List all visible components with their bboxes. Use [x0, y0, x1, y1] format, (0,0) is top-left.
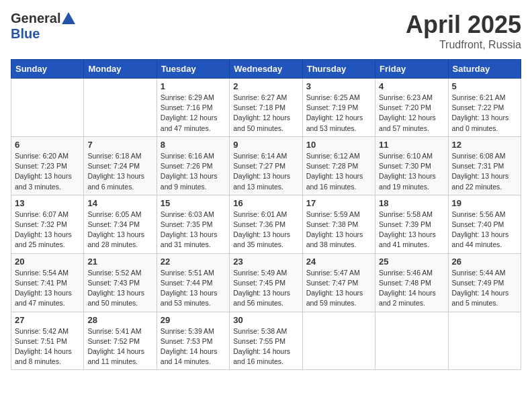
day-info: Sunrise: 5:39 AM Sunset: 7:53 PM Dayligh… [161, 326, 226, 367]
day-number: 18 [379, 198, 444, 208]
day-number: 27 [15, 315, 80, 325]
day-number: 16 [233, 198, 298, 208]
day-number: 26 [452, 257, 517, 267]
day-number: 3 [306, 81, 371, 91]
calendar-cell: 20Sunrise: 5:54 AM Sunset: 7:41 PM Dayli… [11, 253, 84, 312]
day-number: 1 [161, 81, 226, 91]
day-info: Sunrise: 6:25 AM Sunset: 7:19 PM Dayligh… [306, 93, 371, 134]
calendar-week-row: 13Sunrise: 6:07 AM Sunset: 7:32 PM Dayli… [11, 195, 521, 253]
calendar-cell [11, 79, 84, 137]
day-info: Sunrise: 5:54 AM Sunset: 7:41 PM Dayligh… [15, 268, 80, 309]
day-number: 29 [161, 315, 226, 325]
day-info: Sunrise: 6:10 AM Sunset: 7:30 PM Dayligh… [379, 151, 444, 192]
calendar-cell: 7Sunrise: 6:18 AM Sunset: 7:24 PM Daylig… [84, 136, 157, 195]
calendar-week-row: 27Sunrise: 5:42 AM Sunset: 7:51 PM Dayli… [11, 312, 521, 370]
calendar-cell: 27Sunrise: 5:42 AM Sunset: 7:51 PM Dayli… [11, 312, 84, 370]
calendar-cell [375, 312, 448, 370]
calendar-cell: 5Sunrise: 6:21 AM Sunset: 7:22 PM Daylig… [448, 79, 521, 137]
calendar-cell: 28Sunrise: 5:41 AM Sunset: 7:52 PM Dayli… [84, 312, 157, 370]
day-info: Sunrise: 6:07 AM Sunset: 7:32 PM Dayligh… [15, 210, 80, 250]
day-info: Sunrise: 5:49 AM Sunset: 7:45 PM Dayligh… [233, 268, 298, 309]
calendar-header-row: SundayMondayTuesdayWednesdayThursdayFrid… [11, 60, 521, 79]
calendar-week-row: 20Sunrise: 5:54 AM Sunset: 7:41 PM Dayli… [11, 253, 521, 312]
day-info: Sunrise: 5:44 AM Sunset: 7:49 PM Dayligh… [452, 268, 517, 309]
day-number: 25 [379, 257, 444, 267]
weekday-header-monday: Monday [84, 60, 157, 79]
calendar-cell: 30Sunrise: 5:38 AM Sunset: 7:55 PM Dayli… [230, 312, 302, 370]
calendar-cell: 29Sunrise: 5:39 AM Sunset: 7:53 PM Dayli… [157, 312, 229, 370]
calendar-cell: 8Sunrise: 6:16 AM Sunset: 7:26 PM Daylig… [157, 136, 229, 195]
day-info: Sunrise: 6:21 AM Sunset: 7:22 PM Dayligh… [452, 93, 517, 134]
logo-triangle-icon [62, 12, 75, 24]
logo-blue-text: Blue [11, 26, 40, 42]
calendar-cell: 15Sunrise: 6:03 AM Sunset: 7:35 PM Dayli… [157, 195, 229, 253]
calendar-cell [302, 312, 375, 370]
day-number: 24 [306, 257, 371, 267]
day-info: Sunrise: 5:41 AM Sunset: 7:52 PM Dayligh… [87, 326, 152, 367]
day-number: 20 [15, 257, 80, 267]
day-info: Sunrise: 6:08 AM Sunset: 7:31 PM Dayligh… [452, 151, 517, 192]
title-block: April 2025 Trudfront, Russia [406, 11, 521, 51]
day-number: 19 [452, 198, 517, 208]
day-info: Sunrise: 6:05 AM Sunset: 7:34 PM Dayligh… [87, 210, 152, 250]
day-info: Sunrise: 5:46 AM Sunset: 7:48 PM Dayligh… [379, 268, 444, 309]
calendar-cell [84, 79, 157, 137]
calendar-cell: 24Sunrise: 5:47 AM Sunset: 7:47 PM Dayli… [302, 253, 375, 312]
page-header: General Blue April 2025 Trudfront, Russi… [11, 11, 521, 51]
day-number: 2 [233, 81, 298, 91]
day-number: 23 [233, 257, 298, 267]
day-info: Sunrise: 6:20 AM Sunset: 7:23 PM Dayligh… [15, 151, 80, 192]
day-info: Sunrise: 5:58 AM Sunset: 7:39 PM Dayligh… [379, 210, 444, 250]
day-info: Sunrise: 6:27 AM Sunset: 7:18 PM Dayligh… [233, 93, 298, 134]
day-number: 4 [379, 81, 444, 91]
calendar-cell: 12Sunrise: 6:08 AM Sunset: 7:31 PM Dayli… [448, 136, 521, 195]
calendar-cell: 14Sunrise: 6:05 AM Sunset: 7:34 PM Dayli… [84, 195, 157, 253]
day-number: 13 [15, 198, 80, 208]
day-info: Sunrise: 5:52 AM Sunset: 7:43 PM Dayligh… [87, 268, 152, 309]
day-info: Sunrise: 6:23 AM Sunset: 7:20 PM Dayligh… [379, 93, 444, 134]
calendar-cell: 13Sunrise: 6:07 AM Sunset: 7:32 PM Dayli… [11, 195, 84, 253]
weekday-header-friday: Friday [375, 60, 448, 79]
day-info: Sunrise: 5:38 AM Sunset: 7:55 PM Dayligh… [233, 326, 298, 367]
day-number: 22 [161, 257, 226, 267]
calendar-cell: 26Sunrise: 5:44 AM Sunset: 7:49 PM Dayli… [448, 253, 521, 312]
calendar-cell: 9Sunrise: 6:14 AM Sunset: 7:27 PM Daylig… [230, 136, 302, 195]
weekday-header-saturday: Saturday [448, 60, 521, 79]
weekday-header-thursday: Thursday [302, 60, 375, 79]
day-info: Sunrise: 6:12 AM Sunset: 7:28 PM Dayligh… [306, 151, 371, 192]
day-info: Sunrise: 6:18 AM Sunset: 7:24 PM Dayligh… [87, 151, 152, 192]
calendar-cell: 23Sunrise: 5:49 AM Sunset: 7:45 PM Dayli… [230, 253, 302, 312]
day-number: 7 [87, 140, 152, 150]
day-number: 14 [87, 198, 152, 208]
calendar-cell: 4Sunrise: 6:23 AM Sunset: 7:20 PM Daylig… [375, 79, 448, 137]
calendar-cell: 1Sunrise: 6:29 AM Sunset: 7:16 PM Daylig… [157, 79, 229, 137]
day-info: Sunrise: 6:03 AM Sunset: 7:35 PM Dayligh… [161, 210, 226, 250]
logo: General Blue [11, 11, 75, 42]
calendar-cell: 6Sunrise: 6:20 AM Sunset: 7:23 PM Daylig… [11, 136, 84, 195]
calendar-cell: 16Sunrise: 6:01 AM Sunset: 7:36 PM Dayli… [230, 195, 302, 253]
day-number: 15 [161, 198, 226, 208]
day-number: 17 [306, 198, 371, 208]
day-number: 8 [161, 140, 226, 150]
calendar-week-row: 6Sunrise: 6:20 AM Sunset: 7:23 PM Daylig… [11, 136, 521, 195]
day-number: 10 [306, 140, 371, 150]
day-info: Sunrise: 6:14 AM Sunset: 7:27 PM Dayligh… [233, 151, 298, 192]
calendar-cell: 3Sunrise: 6:25 AM Sunset: 7:19 PM Daylig… [302, 79, 375, 137]
calendar-cell: 18Sunrise: 5:58 AM Sunset: 7:39 PM Dayli… [375, 195, 448, 253]
calendar-cell [448, 312, 521, 370]
day-number: 5 [452, 81, 517, 91]
calendar-cell: 17Sunrise: 5:59 AM Sunset: 7:38 PM Dayli… [302, 195, 375, 253]
day-info: Sunrise: 5:56 AM Sunset: 7:40 PM Dayligh… [452, 210, 517, 250]
day-number: 6 [15, 140, 80, 150]
day-number: 12 [452, 140, 517, 150]
weekday-header-tuesday: Tuesday [157, 60, 229, 79]
calendar-cell: 11Sunrise: 6:10 AM Sunset: 7:30 PM Dayli… [375, 136, 448, 195]
day-number: 11 [379, 140, 444, 150]
calendar-cell: 10Sunrise: 6:12 AM Sunset: 7:28 PM Dayli… [302, 136, 375, 195]
day-number: 9 [233, 140, 298, 150]
day-info: Sunrise: 5:51 AM Sunset: 7:44 PM Dayligh… [161, 268, 226, 309]
calendar-cell: 21Sunrise: 5:52 AM Sunset: 7:43 PM Dayli… [84, 253, 157, 312]
day-info: Sunrise: 5:42 AM Sunset: 7:51 PM Dayligh… [15, 326, 80, 367]
day-info: Sunrise: 6:01 AM Sunset: 7:36 PM Dayligh… [233, 210, 298, 250]
page-title: April 2025 [406, 11, 521, 39]
